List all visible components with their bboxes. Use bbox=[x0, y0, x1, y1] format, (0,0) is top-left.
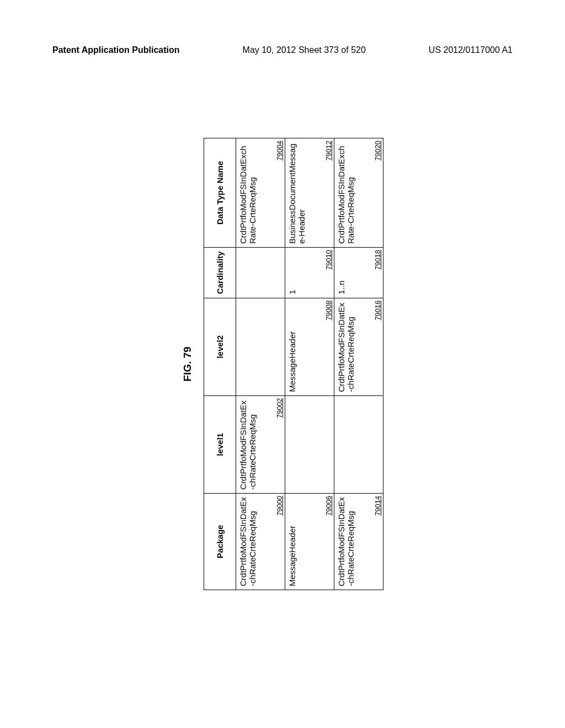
cell-text: MessageHeader bbox=[287, 331, 297, 392]
cell-text: CrdtPrtfoModFSInDatEx-chRateCrteReqMsg bbox=[238, 400, 257, 490]
cell-text: 1 bbox=[287, 290, 297, 294]
cell-package: MessageHeader79006 bbox=[285, 494, 334, 590]
cell-level1 bbox=[285, 396, 334, 493]
cell-cardinality: 1..n79018 bbox=[334, 248, 383, 298]
page-header: Patent Application Publication May 10, 2… bbox=[0, 0, 565, 55]
cell-text: CrdtPrtfoModFSInDatEx-chRateCrteReqMsg bbox=[337, 303, 355, 392]
cell-level1 bbox=[334, 396, 383, 493]
col-header-cardinality: Cardinality bbox=[204, 248, 236, 298]
header-doc-number: US 2012/0117000 A1 bbox=[429, 45, 513, 55]
cell-cardinality bbox=[236, 248, 285, 298]
cell-ref: 79006 bbox=[324, 496, 333, 516]
cell-ref: 79004 bbox=[275, 141, 284, 160]
header-publication: Patent Application Publication bbox=[52, 45, 180, 55]
cell-datatype: CrdtPrtfoModFSInDatExchRate-CrteReqMsg79… bbox=[236, 138, 285, 247]
cell-text: BusinessDocumentMessage-Header bbox=[287, 143, 306, 244]
figure-title: FIG. 79 bbox=[182, 138, 194, 590]
data-table: Package level1 level2 Cardinality Data T… bbox=[204, 138, 383, 590]
cell-ref: 79002 bbox=[275, 398, 284, 418]
cell-package: CrdtPrtfoModFSInDatEx-chRateCrteReqMsg79… bbox=[236, 494, 285, 590]
cell-datatype: BusinessDocumentMessage-Header79012 bbox=[285, 138, 334, 247]
cell-datatype: CrdtPrtfoModFSInDatExchRate-CrteReqMsg79… bbox=[334, 138, 383, 247]
table-row: CrdtPrtfoModFSInDatEx-chRateCrteReqMsg79… bbox=[236, 138, 285, 590]
cell-text: MessageHeader bbox=[287, 526, 297, 586]
figure-container: FIG. 79 Package level1 level2 Cardinalit… bbox=[182, 138, 383, 590]
cell-text: CrdtPrtfoModFSInDatExchRate-CrteReqMsg bbox=[337, 146, 355, 244]
cell-level1: CrdtPrtfoModFSInDatEx-chRateCrteReqMsg79… bbox=[236, 396, 285, 493]
table-row: MessageHeader79006 MessageHeader79008 17… bbox=[285, 138, 334, 590]
cell-text: CrdtPrtfoModFSInDatEx-chRateCrteReqMsg bbox=[238, 497, 257, 586]
cell-ref: 79008 bbox=[324, 301, 333, 320]
cell-cardinality: 179010 bbox=[285, 248, 334, 298]
col-header-level1: level1 bbox=[204, 395, 236, 493]
cell-ref: 79000 bbox=[275, 496, 284, 516]
cell-ref: 79020 bbox=[374, 141, 382, 160]
table-row: CrdtPrtfoModFSInDatEx-chRateCrteReqMsg79… bbox=[334, 138, 383, 590]
table-header-row: Package level1 level2 Cardinality Data T… bbox=[204, 138, 236, 590]
cell-text: CrdtPrtfoModFSInDatEx-chRateCrteReqMsg bbox=[337, 497, 355, 586]
cell-ref: 79018 bbox=[374, 250, 382, 270]
cell-text: 1..n bbox=[337, 281, 346, 295]
header-sheet-info: May 10, 2012 Sheet 373 of 520 bbox=[243, 45, 366, 55]
col-header-level2: level2 bbox=[204, 298, 236, 395]
cell-ref: 79014 bbox=[374, 496, 382, 516]
cell-level2: MessageHeader79008 bbox=[285, 298, 334, 395]
cell-text: CrdtPrtfoModFSInDatExchRate-CrteReqMsg bbox=[238, 146, 257, 244]
cell-package: CrdtPrtfoModFSInDatEx-chRateCrteReqMsg79… bbox=[334, 494, 383, 590]
cell-level2 bbox=[236, 298, 285, 395]
cell-level2: CrdtPrtfoModFSInDatEx-chRateCrteReqMsg79… bbox=[334, 298, 383, 395]
col-header-datatype: Data Type Name bbox=[204, 138, 236, 248]
cell-ref: 79010 bbox=[324, 250, 333, 270]
cell-ref: 79012 bbox=[324, 141, 333, 160]
cell-ref: 79016 bbox=[374, 301, 382, 320]
col-header-package: Package bbox=[204, 493, 236, 590]
